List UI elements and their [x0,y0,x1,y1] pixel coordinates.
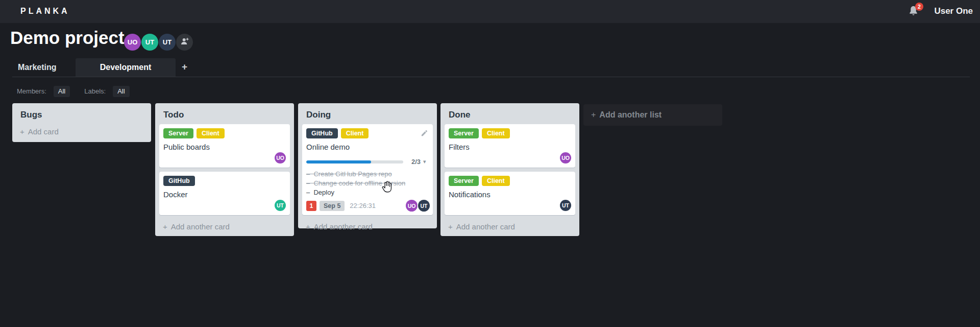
card-member-avatar[interactable]: UO [406,200,418,212]
progress-fill [306,160,371,164]
label-client[interactable]: Client [341,128,369,138]
add-card-button[interactable]: +Add another card [298,219,437,238]
task-item: Create GitHub Pages repo [306,170,429,179]
list-title[interactable]: Doing [298,103,437,124]
plus-icon: + [20,127,24,136]
card-member-avatar[interactable]: UT [418,200,430,212]
card-title: Docker [163,190,286,199]
label-server[interactable]: Server [449,128,479,138]
list-title[interactable]: Bugs [12,103,151,124]
project-members: UO UT UT [124,34,193,51]
progress-track [306,160,403,164]
tab-divider [12,77,970,77]
tab-development[interactable]: Development [76,58,176,77]
add-member-button[interactable] [176,34,193,51]
plus-icon: + [306,222,310,231]
card-member-avatar[interactable]: UO [560,152,571,164]
list-title[interactable]: Todo [155,103,294,124]
notification-count-badge: 1 [306,201,316,211]
edit-pencil-icon[interactable] [421,129,428,137]
member-avatar[interactable]: UO [124,34,141,51]
list-done: Done Server Client Filters UO Server Cli… [440,103,579,236]
card-title: Filters [449,143,571,151]
task-item: Deploy [306,188,429,197]
label-client[interactable]: Client [482,176,510,186]
card-title: Online demo [306,143,429,151]
progress-count: 2/3 [411,158,421,166]
labels-filter-value[interactable]: All [113,86,129,97]
add-list-button[interactable]: +Add another list [583,104,722,126]
add-card-button[interactable]: +Add another card [155,219,294,238]
app-logo[interactable]: PLANKA [20,7,70,16]
members-filter-value[interactable]: All [54,86,70,97]
card-title: Public boards [163,143,286,151]
due-date-badge[interactable]: Sep 5 [320,201,345,211]
notifications-button[interactable]: 2 [908,5,919,17]
card-member-avatar[interactable]: UT [560,200,571,211]
member-avatar[interactable]: UT [141,34,158,51]
labels-filter-label: Labels: [84,86,106,97]
task-item: Change code for offline version [306,179,429,188]
user-menu[interactable]: User One [934,6,973,16]
label-client[interactable]: Client [482,128,510,138]
card-docker[interactable]: GitHub Docker UT [159,172,290,215]
person-add-icon [180,36,189,48]
top-bar: PLANKA 2 User One [0,0,980,23]
label-github[interactable]: GitHub [306,128,338,138]
card-member-avatar[interactable]: UO [275,152,286,164]
card-member-avatar[interactable]: UT [275,200,286,211]
list-doing: Doing GitHub Client Online demo 2/3 ▾ [298,103,437,228]
chevron-down-icon[interactable]: ▾ [423,158,426,165]
list-todo: Todo Server Client Public boards UO GitH… [155,103,294,236]
add-card-button[interactable]: +Add card [12,124,151,143]
label-server[interactable]: Server [449,176,479,186]
card-online-demo[interactable]: GitHub Client Online demo 2/3 ▾ Create G… [302,124,433,215]
project-title[interactable]: Demo project [10,28,125,48]
stopwatch-value[interactable]: 22:26:31 [350,201,376,211]
label-github[interactable]: GitHub [163,176,195,186]
tab-marketing[interactable]: Marketing [12,58,76,77]
notification-count-badge: 2 [915,3,923,11]
members-filter-label: Members: [17,86,46,97]
add-card-button[interactable]: +Add another card [440,219,579,238]
board-filters: Members: All Labels: All [17,86,130,97]
plus-icon: + [163,222,167,231]
card-title: Notifications [449,190,571,199]
card-filters[interactable]: Server Client Filters UO [445,124,575,168]
add-board-button[interactable]: + [182,58,187,77]
bell-icon [908,10,919,18]
task-list: Create GitHub Pages repo Change code for… [306,170,429,197]
card-public-boards[interactable]: Server Client Public boards UO [159,124,290,168]
label-server[interactable]: Server [163,128,193,138]
list-bugs: Bugs +Add card [12,103,151,142]
tasks-progress: 2/3 ▾ [306,158,429,166]
board-tabs: Marketing Development + [12,58,187,77]
card-members: UO UT [405,200,430,212]
member-avatar[interactable]: UT [159,34,176,51]
card-notifications[interactable]: Server Client Notifications UT [445,172,575,215]
plus-icon: + [591,110,596,119]
list-title[interactable]: Done [440,103,579,124]
plus-icon: + [448,222,453,231]
label-client[interactable]: Client [197,128,225,138]
